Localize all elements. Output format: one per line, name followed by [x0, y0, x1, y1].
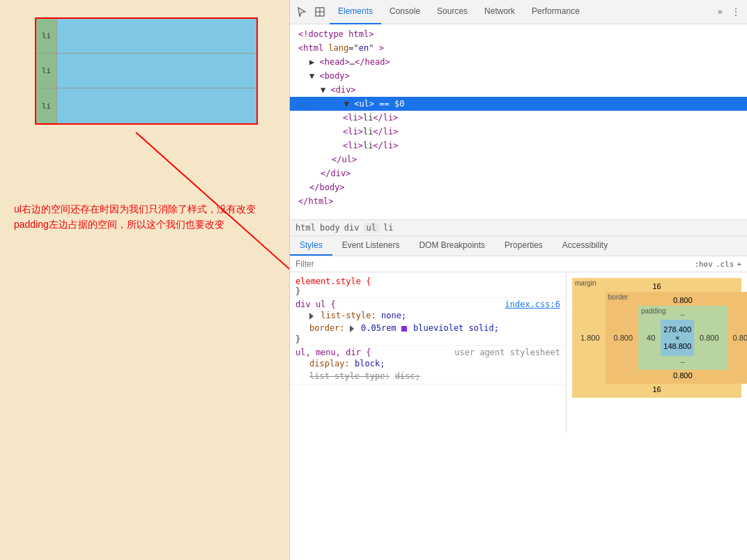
ul-menu-dir-selector: ul, menu, dir { [295, 348, 371, 357]
html-line-html[interactable]: <html lang="en" > [290, 41, 747, 55]
tab-sources[interactable]: Sources [429, 0, 476, 24]
margin-label: margin [575, 279, 596, 287]
hover-filter[interactable]: :hov [694, 260, 713, 269]
style-rule-ul-menu-dir: ul, menu, dir { user agent stylesheet di… [290, 346, 566, 384]
border-right[interactable]: 0.800 [727, 334, 747, 342]
padding-left-val[interactable]: 40 [641, 334, 661, 342]
filter-bar: :hov .cls + [290, 256, 747, 272]
bottom-tab-bar: Styles Event Listeners DOM Breakpoints P… [290, 236, 747, 256]
margin-bottom[interactable]: 16 [575, 384, 739, 395]
tab-event-listeners[interactable]: Event Listeners [332, 236, 410, 256]
li-marker-3: li [36, 88, 57, 123]
div-ul-source[interactable]: index.css:6 [505, 300, 560, 309]
annotation-text: ul右边的空间还存在时因为我们只消除了样式，没有改变padding左边占据的空间… [14, 201, 275, 233]
preview-ul: li li li [35, 17, 258, 125]
tab-elements[interactable]: Elements [330, 0, 381, 24]
add-style[interactable]: + [737, 260, 741, 269]
styles-content: element.style { } div ul { index.css:6 [290, 272, 747, 433]
border-label: border [608, 293, 629, 301]
preview-li-1: li [36, 19, 256, 54]
color-swatch-blueviolet [401, 326, 407, 332]
breadcrumb-html[interactable]: html [295, 223, 316, 233]
html-line-li3[interactable]: <li>li</li> [290, 139, 747, 153]
border-row: 0.800 padding – 40 [608, 306, 747, 370]
list-style-type-prop: list-style-type: disc; [295, 370, 560, 382]
div-ul-selector: div ul { [295, 300, 336, 309]
styles-left: element.style { } div ul { index.css:6 [290, 272, 566, 433]
preview-panel: li li li ul | [0, 0, 289, 560]
li-marker-1: li [36, 19, 57, 53]
filter-input[interactable] [295, 259, 688, 269]
html-line-li1[interactable]: <li>li</li> [290, 111, 747, 125]
html-line-body[interactable]: ▼ <body> [290, 69, 747, 83]
tab-console[interactable]: Console [381, 0, 429, 24]
padding-right-val[interactable]: 0.800 [694, 334, 725, 342]
border-left[interactable]: 0.800 [608, 334, 639, 342]
annotation-area: ul右边的空间还存在时因为我们只消除了样式，没有改变padding左边占据的空间… [0, 180, 289, 240]
border-bottom[interactable]: 0.800 [608, 370, 747, 381]
style-rule-div-ul: div ul { index.css:6 list-style: none; b… [290, 298, 566, 346]
bottom-panel: html body div ul li Styles Event Listene… [290, 219, 747, 433]
element-style-selector: element.style { [295, 277, 371, 286]
tab-dom-breakpoints[interactable]: DOM Breakpoints [409, 236, 495, 256]
margin-top[interactable]: 16 [575, 281, 739, 292]
devtools-menu-button[interactable]: ⋮ [728, 7, 744, 17]
html-line-ul[interactable]: ... ▼ <ul> == $0 [290, 97, 747, 111]
more-tabs-button[interactable]: » [712, 7, 728, 17]
box-padding: padding – 40 278.400 × 148.800 [638, 306, 727, 370]
html-line-html-close[interactable]: </html> [290, 194, 747, 208]
breadcrumb: html body div ul li [290, 220, 747, 236]
tab-styles[interactable]: Styles [290, 236, 332, 256]
breadcrumb-body[interactable]: body [320, 223, 340, 233]
tab-accessibility[interactable]: Accessibility [553, 236, 617, 256]
html-line-head[interactable]: ▶ <head>…</head> [290, 55, 747, 69]
filter-controls: :hov .cls + [694, 260, 741, 269]
expand-icon [309, 313, 314, 320]
html-line-doctype[interactable]: <!doctype html> [290, 27, 747, 41]
inspect-icon[interactable] [311, 3, 328, 20]
html-line-div[interactable]: ▼ <div> [290, 83, 747, 97]
html-line-body-close[interactable]: </body> [290, 180, 747, 194]
breadcrumb-ul[interactable]: ul [364, 223, 379, 233]
box-border: border 0.800 0.800 padding – [606, 292, 747, 384]
border-prop: border: 0.05rem blueviolet solid; [295, 322, 560, 334]
user-agent-comment: user agent stylesheet [454, 348, 560, 357]
border-top[interactable]: 0.800 [608, 295, 747, 306]
display-prop: display: block; [295, 357, 560, 370]
margin-left[interactable]: 1.800 [575, 334, 606, 342]
box-model: margin 16 1.800 border 0.800 0.800 [566, 272, 747, 433]
li-marker-2: li [36, 54, 57, 88]
margin-row: 1.800 border 0.800 0.800 padding [575, 292, 739, 384]
breadcrumb-li[interactable]: li [383, 223, 393, 233]
box-margin: margin 16 1.800 border 0.800 0.800 [572, 278, 741, 398]
breadcrumb-div[interactable]: div [344, 223, 360, 233]
devtools-panel: Elements Console Sources Network Perform… [289, 0, 747, 560]
tab-network[interactable]: Network [476, 0, 523, 24]
devtools-tab-bar: Elements Console Sources Network Perform… [290, 0, 747, 24]
html-line-div-close[interactable]: </div> [290, 166, 747, 180]
padding-bottom: – [641, 356, 725, 367]
tab-properties[interactable]: Properties [495, 236, 553, 256]
preview-li-2: li [36, 54, 256, 88]
tab-performance[interactable]: Performance [523, 0, 588, 24]
html-line-li2[interactable]: <li>li</li> [290, 125, 747, 139]
cursor-icon[interactable] [293, 3, 310, 20]
box-content: 278.400 × 148.800 [661, 320, 694, 356]
style-rule-element: element.style { } [290, 275, 566, 298]
padding-row: 40 278.400 × 148.800 0.800 [641, 320, 725, 356]
padding-label: padding [641, 307, 666, 315]
html-tree: <!doctype html> <html lang="en" > ▶ <hea… [290, 24, 747, 219]
expand-icon-2 [350, 325, 354, 332]
list-style-prop: list-style: none; [295, 309, 560, 322]
html-line-ul-close[interactable]: </ul> [290, 153, 747, 166]
content-size: 278.400 × 148.800 [663, 325, 691, 350]
preview-li-3: li [36, 88, 256, 123]
cls-filter[interactable]: .cls [716, 260, 734, 269]
